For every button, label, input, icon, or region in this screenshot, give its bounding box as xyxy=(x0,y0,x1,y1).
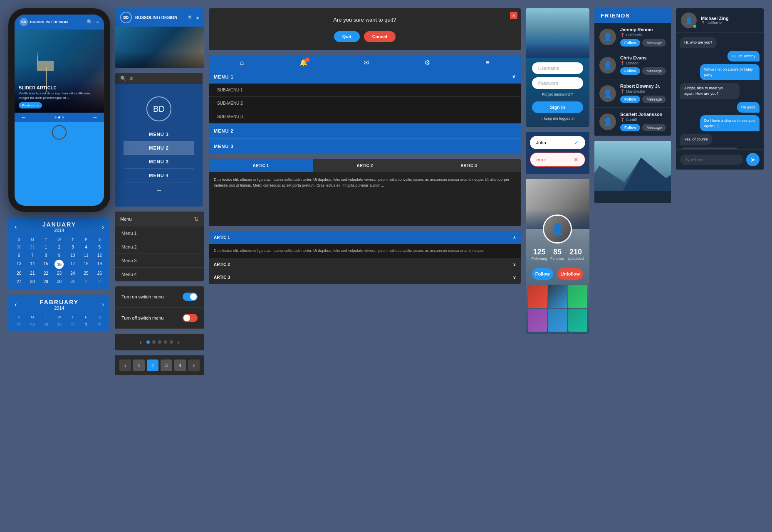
switch-off-toggle[interactable] xyxy=(183,314,198,322)
cal-next-btn[interactable]: › xyxy=(102,223,104,231)
username-input[interactable]: Username xyxy=(532,62,583,74)
feb-day-1[interactable]: 1 xyxy=(79,321,92,329)
menu-icon[interactable]: ≡ xyxy=(96,19,99,25)
cal-day-8[interactable]: 8 xyxy=(40,251,52,259)
quit-button[interactable]: Quit xyxy=(334,31,360,42)
pagination-prev-btn[interactable]: ‹ xyxy=(119,360,131,371)
cal-day-29[interactable]: 29 xyxy=(40,278,52,286)
profile-unfollow-btn[interactable]: Unfollow xyxy=(557,268,583,280)
message-icon[interactable]: ✉ xyxy=(364,59,369,66)
jeremy-message-btn[interactable]: Message xyxy=(642,39,666,47)
cal-day-16-today[interactable]: 16 xyxy=(54,260,64,269)
page-btn-4[interactable]: 4 xyxy=(174,360,186,371)
profile-follow-btn[interactable]: Follow xyxy=(532,268,553,280)
chris-message-btn[interactable]: Message xyxy=(642,67,666,75)
cal-day-1b[interactable]: 1 xyxy=(79,278,92,286)
home-icon[interactable]: ⌂ xyxy=(240,59,244,66)
phone-next-arrow[interactable]: → xyxy=(92,114,98,121)
phone-prev-arrow[interactable]: ← xyxy=(21,114,27,121)
dropdown-menu3[interactable]: MENU 3 xyxy=(209,139,521,154)
search-icon-nav[interactable]: 🔍 xyxy=(120,76,126,81)
accordion-3-header[interactable]: ARTIC 3 ∨ xyxy=(209,271,521,284)
cal-day-27[interactable]: 27 xyxy=(12,278,25,286)
cal-day-25[interactable]: 25 xyxy=(79,269,92,277)
cal-day-12[interactable]: 12 xyxy=(93,251,106,259)
dot-3[interactable] xyxy=(158,340,161,344)
cal-day-7[interactable]: 7 xyxy=(26,251,39,259)
error-input[interactable]: error ✕ xyxy=(530,153,585,167)
page-btn-2[interactable]: 2 xyxy=(147,360,158,371)
gallery-item-3[interactable] xyxy=(568,285,587,308)
cal-day-30b[interactable]: 30 xyxy=(53,278,66,286)
page-btn-3[interactable]: 3 xyxy=(161,360,172,371)
nav-menu-2[interactable]: MENU 2 xyxy=(124,141,194,155)
cal-day-20[interactable]: 20 xyxy=(12,269,25,277)
cal-day-14[interactable]: 14 xyxy=(26,260,39,269)
chris-follow-btn[interactable]: Follow xyxy=(620,67,641,75)
cal-day-15[interactable]: 15 xyxy=(40,260,52,269)
cancel-button[interactable]: Cancel xyxy=(364,31,396,42)
feb-day-29[interactable]: 29 xyxy=(40,321,52,329)
article-tab-3[interactable]: ARTIC 3 xyxy=(417,159,521,172)
dropdown-menu1[interactable]: MENU 1 ∨ xyxy=(209,70,521,84)
page-btn-1[interactable]: 1 xyxy=(133,360,145,371)
dot-4[interactable] xyxy=(164,340,167,344)
select-item-2[interactable]: Menu 2 xyxy=(115,240,204,254)
dropdown-menu2[interactable]: MENU 2 xyxy=(209,123,521,139)
cal-day-3[interactable]: 3 xyxy=(66,243,79,251)
nav-menu-4[interactable]: MENU 4 xyxy=(124,169,194,182)
gallery-item-2[interactable] xyxy=(548,285,567,308)
chat-input[interactable] xyxy=(680,155,743,165)
settings-icon[interactable]: ⚙ xyxy=(424,59,430,66)
cal-day-24[interactable]: 24 xyxy=(66,269,79,277)
jeremy-follow-btn[interactable]: Follow xyxy=(620,39,641,47)
cal-day-26[interactable]: 26 xyxy=(93,269,106,277)
list-icon[interactable]: ≡ xyxy=(486,59,490,66)
nav-menu-1[interactable]: MENU 1 xyxy=(124,128,194,141)
dialog-close-btn[interactable]: ✕ xyxy=(510,12,517,19)
gallery-item-4[interactable] xyxy=(528,309,547,332)
list-icon-nav[interactable]: ≡ xyxy=(130,76,133,81)
signin-button[interactable]: Sign in xyxy=(532,101,583,113)
submenu-1[interactable]: SUB-MENU 1 xyxy=(209,84,521,97)
cal-day-17[interactable]: 17 xyxy=(66,260,79,269)
notification-icon[interactable]: 🔔3 xyxy=(299,59,308,66)
cal-day-4[interactable]: 4 xyxy=(79,243,92,251)
chat-send-btn[interactable]: ➤ xyxy=(746,153,760,166)
cal-day-18[interactable]: 18 xyxy=(79,260,92,269)
password-input[interactable]: Password xyxy=(532,77,583,89)
feb-day-2[interactable]: 2 xyxy=(93,321,106,329)
select-header[interactable]: Menu ⇅ xyxy=(115,212,204,227)
submenu-3[interactable]: SUB-MENU 3 xyxy=(209,110,521,123)
forgot-password-link[interactable]: Forget password ? xyxy=(532,92,583,96)
nav-search-icon[interactable]: 🔍 xyxy=(188,15,193,20)
feb-day-31[interactable]: 31 xyxy=(66,321,79,329)
cal-day-1[interactable]: 1 xyxy=(40,243,52,251)
feb-day-27[interactable]: 27 xyxy=(12,321,25,329)
dot-2[interactable] xyxy=(152,340,156,344)
select-item-1[interactable]: Menu 1 xyxy=(115,227,204,240)
gallery-item-1[interactable] xyxy=(528,285,547,308)
feb-day-28[interactable]: 28 xyxy=(26,321,39,329)
cal-day-22[interactable]: 22 xyxy=(40,269,52,277)
article-tab-2[interactable]: ARTIC 2 xyxy=(313,159,417,172)
cal-day-28[interactable]: 28 xyxy=(26,278,39,286)
read-more-btn[interactable]: Read more xyxy=(19,102,42,108)
dot-1[interactable] xyxy=(146,340,150,344)
cal-day-2b[interactable]: 2 xyxy=(93,278,106,286)
pagination-next-btn[interactable]: › xyxy=(188,360,200,371)
gallery-item-5[interactable] xyxy=(548,309,567,332)
dot-next-btn[interactable]: › xyxy=(176,339,182,345)
nav-menu-3[interactable]: MENU 3 xyxy=(124,155,194,169)
nav-arrow[interactable]: → xyxy=(124,182,194,198)
cal-prev-btn[interactable]: ‹ xyxy=(15,223,17,231)
cal-day-31[interactable]: 31 xyxy=(26,243,39,251)
accordion-2-header[interactable]: ARTIC 2 ∨ xyxy=(209,258,521,271)
cal-day-2[interactable]: 2 xyxy=(53,243,66,251)
select-item-4[interactable]: Menu 4 xyxy=(115,268,204,281)
remember-icon[interactable]: ○ xyxy=(541,116,543,121)
cal-day-30[interactable]: 30 xyxy=(12,243,25,251)
cal-day-9[interactable]: 9 xyxy=(53,251,66,259)
cal-day-19[interactable]: 19 xyxy=(93,260,106,269)
cal-day-11[interactable]: 11 xyxy=(79,251,92,259)
